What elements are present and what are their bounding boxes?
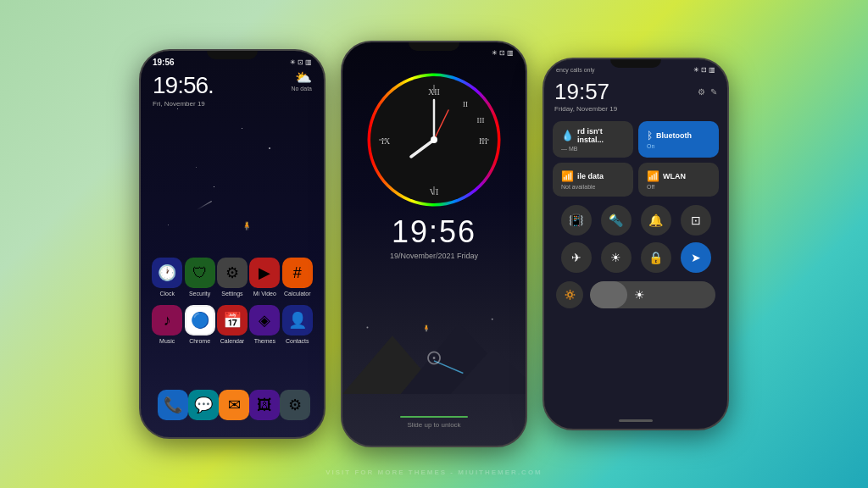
- cc-tile-wlan-header: 📶 WLAN: [647, 170, 710, 182]
- cc-tile-bluetooth[interactable]: ᛒ Bluetooth On: [638, 121, 719, 158]
- settings-icon: ⚙: [217, 258, 248, 288]
- app-settings[interactable]: ⚙ Settings: [217, 258, 248, 297]
- themes-icon: ◈: [249, 305, 280, 336]
- app-themes[interactable]: ◈ Themes: [249, 305, 280, 344]
- location-btn[interactable]: ➤: [681, 242, 711, 273]
- app-calculator[interactable]: # Calculator: [282, 258, 313, 297]
- lock-btn[interactable]: 🔒: [641, 242, 671, 273]
- brightness-fill: [590, 281, 627, 308]
- brightness-slider[interactable]: ☀: [590, 281, 715, 308]
- settings-label: Settings: [221, 291, 242, 297]
- cc-tile-wlan-title: WLAN: [663, 172, 686, 180]
- phone-2-lockscreen: ✳ ⊡ ▥: [341, 41, 527, 447]
- cc-tiles: 💧 rd isn't instal... — MB ᛒ Bluetooth On: [544, 116, 727, 202]
- cc-tile-install-title: rd isn't instal...: [577, 127, 625, 144]
- notch-1: [207, 51, 258, 59]
- themes-label: Themes: [254, 338, 275, 344]
- slide-bar: [400, 416, 468, 418]
- svg-point-15: [431, 136, 437, 143]
- phones-container: 19:56 ✳ ⊡ ▥ 19:56. Fri, November 19 ⛅ No…: [139, 41, 729, 447]
- airplane-btn[interactable]: ✈: [561, 242, 592, 273]
- chrome-icon: 🔵: [185, 305, 215, 336]
- fingerprint-icon[interactable]: ⊙: [426, 346, 442, 369]
- svg-point-19: [366, 327, 368, 329]
- cc-date-icons: ⚙ ✎: [698, 87, 717, 97]
- wifi-icon: 📶: [647, 170, 659, 182]
- status-icons-2: ✳ ⊡ ▥: [492, 49, 514, 57]
- auto-brightness-btn[interactable]: ☀: [601, 242, 632, 273]
- phone-1-homescreen: 19:56 ✳ ⊡ ▥ 19:56. Fri, November 19 ⛅ No…: [139, 49, 326, 439]
- cc-time: 19:57: [554, 79, 609, 105]
- cc-tile-wlan[interactable]: 📶 WLAN Off: [638, 163, 719, 197]
- dock-settings-icon: ⚙: [280, 390, 310, 420]
- sms-icon: ✉: [219, 390, 249, 420]
- signal-icon: 📶: [561, 170, 574, 182]
- security-icon: 🛡: [185, 258, 215, 288]
- cc-date: Friday, November 19: [554, 105, 717, 113]
- mivideo-label: Mi Video: [253, 291, 276, 297]
- cc-tile-mobiledata-header: 📶 ile data: [561, 170, 625, 182]
- app-clock[interactable]: 🕐 Clock: [152, 258, 182, 297]
- dock-sms[interactable]: ✉: [219, 390, 249, 420]
- dock-phone[interactable]: 📞: [158, 390, 188, 420]
- cc-tile-bluetooth-title: Bluetooth: [656, 131, 692, 140]
- status-icons-1: ✳ ⊡ ▥: [290, 58, 312, 66]
- dock: 📞 💬 ✉ 🖼 ⚙: [141, 390, 324, 420]
- svg-text:II: II: [463, 100, 468, 108]
- contacts-label: Contacts: [286, 338, 309, 344]
- cc-tile-install[interactable]: 💧 rd isn't instal... — MB: [553, 121, 633, 158]
- dock-settings[interactable]: ⚙: [280, 390, 310, 420]
- calculator-icon: #: [282, 258, 313, 288]
- app-music[interactable]: ♪ Music: [152, 305, 182, 344]
- water-icon: 💧: [561, 130, 574, 141]
- clock-face: XII III VI IX II III: [370, 76, 498, 203]
- gallery-icon: 🖼: [249, 390, 280, 420]
- app-contacts[interactable]: 👤 Contacts: [282, 305, 313, 344]
- cc-date-row: 19:57 ⚙ ✎: [554, 79, 717, 105]
- notch-2: [409, 42, 459, 51]
- analog-clock: XII III VI IX II III: [366, 72, 502, 208]
- app-calendar[interactable]: 📅 Calendar: [217, 305, 248, 344]
- slide-text: Slide up to unlock: [342, 421, 526, 429]
- settings-icon-cc[interactable]: ⚙: [698, 87, 705, 97]
- cc-tile-bluetooth-sub: On: [647, 143, 710, 149]
- calendar-icon: 📅: [217, 305, 248, 336]
- slide-to-unlock[interactable]: Slide up to unlock: [342, 413, 526, 429]
- clock-svg: XII III VI IX II III: [370, 76, 498, 203]
- bell-btn[interactable]: 🔔: [641, 205, 671, 236]
- phone1-weather: ⛅ No data: [291, 69, 312, 92]
- torch-btn[interactable]: 🔦: [601, 205, 632, 236]
- messages-icon: 💬: [188, 390, 219, 420]
- music-label: Music: [159, 338, 175, 344]
- status-bar-text-3: ency calls only: [556, 67, 595, 73]
- dock-gallery[interactable]: 🖼: [249, 390, 280, 420]
- app-row-1: 🕐 Clock 🛡 Security ⚙ Settings ▶ Mi Video: [151, 258, 314, 297]
- cc-tile-mobiledata[interactable]: 📶 ile data Not available: [553, 163, 633, 197]
- music-icon: ♪: [152, 305, 182, 336]
- cc-tile-bluetooth-header: ᛒ Bluetooth: [647, 130, 710, 141]
- chrome-label: Chrome: [189, 338, 210, 344]
- cc-quick-row-2: ✈ ☀ 🔒 ➤: [544, 239, 727, 276]
- cc-header: 19:57 ⚙ ✎ Friday, November 19: [544, 75, 727, 116]
- notch-3: [610, 59, 661, 68]
- dock-messages[interactable]: 💬: [188, 390, 219, 420]
- svg-text:III: III: [479, 136, 487, 146]
- contacts-icon: 👤: [282, 305, 313, 336]
- watermark: VISIT FOR MORE THEMES - MIUITHEMER.COM: [326, 469, 542, 476]
- cc-quick-row-1: 📳 🔦 🔔 ⊡: [544, 202, 727, 239]
- stars-bg: [141, 51, 324, 437]
- security-label: Security: [189, 291, 210, 297]
- edit-icon-cc[interactable]: ✎: [710, 87, 717, 97]
- svg-point-20: [492, 319, 493, 320]
- cc-brightness: 🔅 ☀: [544, 276, 727, 313]
- app-chrome[interactable]: 🔵 Chrome: [185, 305, 215, 344]
- brightness-icon-btn[interactable]: 🔅: [556, 281, 583, 308]
- app-mivideo[interactable]: ▶ Mi Video: [249, 258, 280, 297]
- screenshot-btn[interactable]: ⊡: [681, 205, 711, 236]
- weather-icon: ⛅: [291, 69, 312, 86]
- svg-text:III: III: [477, 116, 485, 125]
- phone-3-controlcenter: ency calls only ✳ ⊡ ▥ 19:57 ⚙ ✎ Friday, …: [542, 58, 729, 430]
- vibrate-btn[interactable]: 📳: [561, 205, 592, 236]
- app-security[interactable]: 🛡 Security: [185, 258, 215, 297]
- app-grid: 🕐 Clock 🛡 Security ⚙ Settings ▶ Mi Video: [141, 258, 324, 352]
